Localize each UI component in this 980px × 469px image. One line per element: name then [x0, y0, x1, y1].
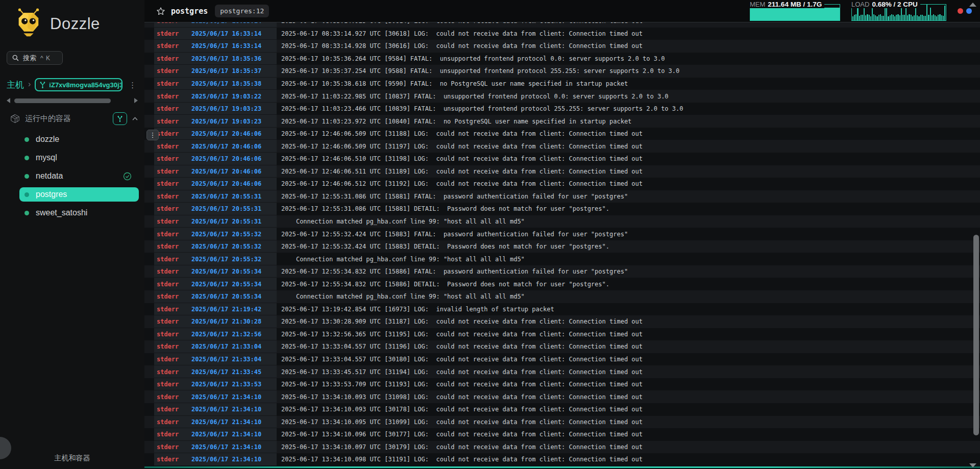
vertical-scrollbar-thumb[interactable] [973, 235, 979, 435]
log-row[interactable]: stderr2025/06/17 16:33:142025-06-17 08:3… [144, 22, 980, 28]
log-row[interactable]: stderr2025/06/17 21:34:102025-06-17 13:3… [144, 453, 980, 466]
log-timestamp: 2025/06/17 16:33:14 [191, 22, 261, 24]
log-row[interactable]: stderr2025/06/17 21:33:042025-06-17 13:3… [144, 353, 980, 366]
log-row[interactable]: stderr2025/06/17 21:34:102025-06-17 13:3… [144, 403, 980, 416]
stream-label: stderr [154, 306, 191, 313]
live-log-indicator-bar [144, 466, 980, 468]
log-row[interactable]: stderr2025/06/17 20:55:312025-06-17 12:5… [144, 190, 980, 203]
stream-label: stderr [154, 268, 191, 275]
log-row-meta: stderr2025/06/17 21:32:56 [154, 328, 277, 341]
log-row[interactable]: stderr2025/06/17 21:34:102025-06-17 13:3… [144, 390, 980, 403]
log-timestamp: 2025/06/17 21:33:53 [191, 381, 261, 388]
hscroll-thumb[interactable] [14, 98, 111, 103]
host-breadcrumb-label[interactable]: 主机 [7, 79, 24, 91]
log-timestamp: 2025/06/17 21:33:45 [191, 368, 261, 376]
host-selector-pill[interactable]: iZ7xv8mogva854vg30j3j [35, 78, 122, 91]
log-row[interactable]: stderr2025/06/17 19:03:222025-06-17 11:0… [144, 90, 980, 103]
log-row-meta: stderr2025/06/17 19:03:22 [154, 90, 277, 103]
stream-label: stderr [154, 406, 191, 413]
log-row[interactable]: stderr2025/06/17 21:32:562025-06-17 13:3… [144, 328, 980, 341]
log-row[interactable]: stderr2025/06/17 16:33:142025-06-17 08:3… [144, 40, 980, 53]
container-item-netdata[interactable]: netdata [19, 169, 139, 183]
log-row[interactable]: stderr2025/06/17 20:55:342025-06-17 12:5… [144, 265, 980, 278]
log-row[interactable]: stderr2025/06/17 18:35:362025-06-17 10:3… [144, 53, 980, 65]
log-row[interactable]: stderr2025/06/17 20:46:062025-06-17 12:4… [144, 128, 980, 140]
hscroll-track[interactable] [13, 98, 131, 103]
check-circle-icon [123, 172, 132, 181]
log-row[interactable]: stderr2025/06/17 20:55:342025-06-17 12:5… [144, 278, 980, 290]
log-row[interactable]: stderr2025/06/17 19:03:232025-06-17 11:0… [144, 115, 980, 128]
log-row[interactable]: stderr2025/06/17 20:55:322025-06-17 12:5… [144, 240, 980, 253]
container-item-sweet_satoshi[interactable]: sweet_satoshi [19, 206, 139, 220]
log-row[interactable]: stderr2025/06/17 20:46:062025-06-17 12:4… [144, 140, 980, 153]
load-stat: LOAD 0.68% / 2 CPU [851, 0, 946, 22]
stream-label: stderr [154, 55, 191, 62]
stream-label: stderr [154, 381, 191, 388]
log-row-meta: stderr2025/06/17 21:33:45 [154, 365, 277, 378]
search-button[interactable]: 搜索 ^ K [7, 51, 63, 65]
log-row[interactable]: stderr2025/06/17 21:34:102025-06-17 13:3… [144, 416, 980, 429]
swarm-filter-button[interactable] [113, 112, 127, 125]
log-timestamp: 2025/06/17 20:55:32 [191, 256, 261, 263]
log-message: 2025-06-17 13:34:10.095 UTC [31099] LOG:… [281, 418, 643, 426]
scroll-down-arrow-icon[interactable] [969, 463, 976, 467]
stderr-toggle-dot[interactable] [958, 8, 963, 14]
search-shortcut: ^ K [40, 55, 51, 62]
log-timestamp: 2025/06/17 19:03:23 [191, 118, 261, 125]
log-row[interactable]: stderr2025/06/17 20:55:312025-06-17 12:5… [144, 203, 980, 215]
log-row-meta: stderr2025/06/17 16:33:14 [154, 22, 277, 28]
log-row[interactable]: stderr2025/06/17 20:46:062025-06-17 12:4… [144, 153, 980, 165]
load-label: LOAD [851, 1, 869, 8]
log-timestamp: 2025/06/17 20:55:31 [191, 218, 261, 225]
host-breadcrumb: 主机 › iZ7xv8mogva854vg30j3j ⋮ [7, 78, 144, 91]
log-row[interactable]: stderr2025/06/17 20:46:062025-06-17 12:4… [144, 178, 980, 190]
log-row[interactable]: stderr2025/06/17 20:55:322025-06-17 12:5… [144, 228, 980, 240]
stream-label: stderr [154, 393, 191, 401]
log-timestamp: 2025/06/17 21:33:04 [191, 356, 261, 363]
log-message: 2025-06-17 13:30:28.909 UTC [31187] LOG:… [281, 318, 643, 325]
log-message: Connection matched pg_hba.conf line 99: … [281, 218, 525, 225]
log-row[interactable]: stderr2025/06/17 21:34:102025-06-17 13:3… [144, 428, 980, 441]
stdout-toggle-dot[interactable] [966, 8, 972, 14]
log-row[interactable]: stderr2025/06/17 20:46:062025-06-17 12:4… [144, 165, 980, 178]
scroll-up-arrow-icon[interactable] [969, 3, 976, 7]
scroll-right-arrow-icon[interactable] [134, 98, 138, 103]
log-message: 2025-06-17 10:35:38.618 UTC [9590] FATAL… [281, 80, 628, 87]
log-row[interactable]: stderr2025/06/17 20:55:34 Connection mat… [144, 290, 980, 303]
log-row[interactable]: stderr2025/06/17 21:33:452025-06-17 13:3… [144, 365, 980, 378]
log-row[interactable]: stderr2025/06/17 21:33:532025-06-17 13:3… [144, 378, 980, 391]
favorite-star-icon[interactable] [156, 7, 165, 16]
log-row[interactable]: stderr2025/06/17 21:19:422025-06-17 13:1… [144, 303, 980, 316]
log-timestamp: 2025/06/17 21:34:10 [191, 406, 261, 413]
container-item-postgres[interactable]: postgres [19, 187, 139, 202]
log-timestamp: 2025/06/17 21:34:10 [191, 456, 261, 463]
log-message: 2025-06-17 13:34:10.093 UTC [31098] LOG:… [281, 393, 643, 401]
log-rows: stderr2025/06/17 16:33:142025-06-17 08:3… [144, 22, 980, 469]
chevron-right-icon: › [28, 80, 31, 89]
log-row[interactable]: stderr2025/06/17 21:33:042025-06-17 13:3… [144, 340, 980, 353]
stream-label: stderr [154, 205, 191, 212]
log-row-meta: stderr2025/06/17 20:46:06 [154, 178, 277, 190]
log-message: 2025-06-17 08:33:14.925 UTC [30614] LOG:… [281, 22, 643, 24]
log-row[interactable]: stderr2025/06/17 21:34:102025-06-17 13:3… [144, 441, 980, 454]
stream-label: stderr [154, 456, 191, 463]
log-row-meta: stderr2025/06/17 19:03:23 [154, 115, 277, 128]
log-timestamp: 2025/06/17 16:33:14 [191, 42, 261, 50]
log-row-meta: stderr2025/06/17 21:34:10 [154, 390, 277, 403]
running-containers-label: 运行中的容器 [25, 114, 108, 124]
log-row[interactable]: stderr2025/06/17 20:55:32 Connection mat… [144, 253, 980, 265]
container-item-mysql[interactable]: mysql [19, 151, 139, 165]
collapse-section-chevron-up-icon[interactable] [132, 117, 138, 120]
log-message: 2025-06-17 11:03:22.985 UTC [10837] FATA… [281, 93, 669, 100]
log-row[interactable]: stderr2025/06/17 18:35:382025-06-17 10:3… [144, 78, 980, 90]
log-row[interactable]: stderr2025/06/17 18:35:372025-06-17 10:3… [144, 65, 980, 78]
log-row[interactable]: stderr2025/06/17 16:33:142025-06-17 08:3… [144, 28, 980, 40]
scroll-left-arrow-icon[interactable] [7, 98, 10, 103]
log-row[interactable]: stderr2025/06/17 19:03:232025-06-17 11:0… [144, 103, 980, 115]
column-drag-handle[interactable]: ⋮ [146, 130, 159, 140]
stream-label: stderr [154, 180, 191, 187]
log-row[interactable]: stderr2025/06/17 21:30:282025-06-17 13:3… [144, 315, 980, 328]
container-item-dozzle[interactable]: dozzle [19, 132, 139, 146]
host-menu-kebab-icon[interactable]: ⋮ [127, 80, 138, 90]
log-row[interactable]: stderr2025/06/17 20:55:31 Connection mat… [144, 215, 980, 228]
